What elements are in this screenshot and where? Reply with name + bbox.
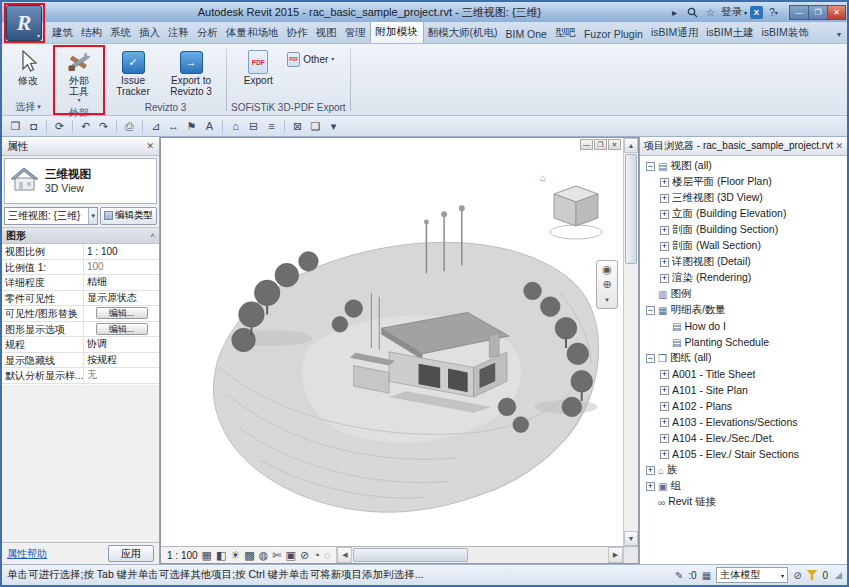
tab-分析[interactable]: 分析	[193, 22, 222, 43]
tab-isBIM通用[interactable]: isBIM通用	[647, 22, 702, 43]
zoom-icon[interactable]: ⊕	[602, 279, 611, 290]
modify-button[interactable]: 修改	[7, 47, 49, 88]
reveal-hidden-elements-icon[interactable]: ◌	[324, 550, 331, 561]
qat-customize-icon[interactable]: ▾	[325, 118, 342, 135]
tree-expander[interactable]: +	[660, 274, 669, 283]
browser-item[interactable]: +剖面 (Building Section)	[640, 222, 847, 238]
tree-expander[interactable]: +	[660, 386, 669, 395]
browser-item[interactable]: +A105 - Elev./ Stair Sections	[640, 446, 847, 462]
signin-button[interactable]: 登录▾	[721, 5, 747, 19]
issue-tracker-button[interactable]: ✓ Issue Tracker	[109, 47, 157, 99]
vertical-scroll-thumb[interactable]	[625, 154, 637, 264]
tree-expander[interactable]: +	[660, 370, 669, 379]
external-tools-button[interactable]: 外部工具 ▾	[58, 47, 100, 106]
tab-插入[interactable]: 插入	[135, 22, 164, 43]
browser-item[interactable]: −▤视图 (all)	[640, 158, 847, 174]
titlebar[interactable]: Autodesk Revit 2015 - rac_basic_sample_p…	[2, 2, 847, 22]
show-crop-region-icon[interactable]: ▣	[286, 550, 296, 561]
view-minimize-button[interactable]: —	[580, 139, 593, 150]
horizontal-scroll-thumb[interactable]	[353, 548, 468, 562]
exclude-options-icon[interactable]: ⊘	[793, 570, 801, 581]
property-value[interactable]: 编辑...	[84, 322, 159, 337]
tag-icon[interactable]: ⚑	[183, 118, 200, 135]
filter-icon[interactable]	[807, 570, 818, 580]
tree-expander[interactable]: +	[660, 258, 669, 267]
type-selector[interactable]: 三维视图 3D View	[4, 158, 157, 204]
properties-help-link[interactable]: 属性帮助	[7, 547, 47, 561]
edit-button[interactable]: 编辑...	[96, 323, 148, 335]
navbar-chevron-down-icon[interactable]: ▾	[605, 294, 609, 305]
browser-item[interactable]: ▥图例	[640, 286, 847, 302]
crop-view-icon[interactable]: ✄	[272, 550, 281, 561]
tree-expander[interactable]: +	[660, 178, 669, 187]
property-value[interactable]: 1 : 100	[84, 244, 159, 259]
tree-expander[interactable]: +	[660, 226, 669, 235]
view-close-button[interactable]: ✕	[608, 139, 621, 150]
close-hidden-windows-icon[interactable]: ⊠	[289, 118, 306, 135]
property-value[interactable]: 100	[84, 260, 159, 275]
tab-管理[interactable]: 管理	[341, 22, 370, 43]
print-icon[interactable]: ⎙	[121, 118, 138, 135]
apply-button[interactable]: 应用	[108, 545, 154, 562]
tree-expander[interactable]: +	[660, 242, 669, 251]
browser-item[interactable]: +A101 - Site Plan	[640, 382, 847, 398]
tree-expander[interactable]: −	[646, 306, 655, 315]
ribbon-collapse-icon[interactable]: ▾	[831, 30, 847, 43]
browser-item[interactable]: −▦明细表/数量	[640, 302, 847, 318]
redo-icon[interactable]: ↷	[95, 118, 112, 135]
view-scale-button[interactable]: 1 : 100	[167, 550, 198, 561]
application-menu-button[interactable]: R ▾	[6, 5, 42, 41]
save-icon[interactable]: ◘	[25, 118, 42, 135]
browser-item[interactable]: +A001 - Title Sheet	[640, 366, 847, 382]
visual-style-icon[interactable]: ◧	[216, 550, 226, 561]
worksets-icon[interactable]: ✎	[675, 570, 683, 581]
thin-lines-icon[interactable]: ≡	[263, 118, 280, 135]
property-value[interactable]: 编辑...	[84, 306, 159, 321]
browser-item[interactable]: ∞Revit 链接	[640, 494, 847, 510]
close-button[interactable]: ✕	[827, 5, 846, 20]
tab-视图[interactable]: 视图	[312, 22, 341, 43]
browser-item[interactable]: +A103 - Elevations/Sections	[640, 414, 847, 430]
tree-expander[interactable]: +	[660, 418, 669, 427]
minimize-button[interactable]: —	[789, 5, 808, 20]
property-value[interactable]: 协调	[84, 337, 159, 352]
tab-结构[interactable]: 结构	[77, 22, 106, 43]
other-button[interactable]: PDF Other ▾	[282, 49, 339, 69]
temporary-hide-isolate-icon[interactable]: ◔	[313, 550, 320, 561]
tree-expander[interactable]: +	[660, 194, 669, 203]
property-value[interactable]: 显示原状态	[84, 291, 159, 306]
browser-item[interactable]: +A104 - Elev./Sec./Det.	[640, 430, 847, 446]
viewcube[interactable]	[546, 180, 608, 244]
aligned-dimension-icon[interactable]: ↔	[165, 118, 182, 135]
scroll-up-icon[interactable]: ▲	[624, 138, 638, 153]
browser-item[interactable]: +▣组	[640, 478, 847, 494]
tab-附加模块[interactable]: 附加模块	[370, 21, 424, 43]
infocenter-toggle-icon[interactable]: ▸	[667, 5, 682, 19]
tab-isBIM装饰[interactable]: isBIM装饰	[757, 22, 812, 43]
tree-expander[interactable]: −	[646, 162, 655, 171]
panel-title-select[interactable]: 选择▾	[7, 100, 49, 114]
tab-Fuzor Plugin[interactable]: Fuzor Plugin	[580, 24, 647, 43]
default-3d-view-icon[interactable]: ⌂	[227, 118, 244, 135]
edit-type-button[interactable]: 编辑类型	[100, 207, 157, 225]
tree-expander[interactable]: +	[646, 466, 655, 475]
sun-path-icon[interactable]: ☀	[230, 550, 240, 561]
detail-level-icon[interactable]: ▦	[202, 550, 212, 561]
measure-icon[interactable]: ⊿	[147, 118, 164, 135]
properties-header[interactable]: 属性 ✕	[2, 137, 159, 156]
view-restore-button[interactable]: ❐	[594, 139, 607, 150]
property-value[interactable]: 按规程	[84, 353, 159, 368]
resize-grip[interactable]: ◢	[835, 570, 842, 580]
browser-item[interactable]: +剖面 (Wall Section)	[640, 238, 847, 254]
scroll-left-icon[interactable]: ◀	[337, 547, 352, 563]
design-options-icon[interactable]: ▦	[702, 570, 711, 581]
close-browser-icon[interactable]: ✕	[835, 141, 843, 151]
design-options-dropdown[interactable]: 主体模型 ▾	[716, 567, 788, 583]
browser-item[interactable]: −❐图纸 (all)	[640, 350, 847, 366]
browser-item[interactable]: +详图视图 (Detail)	[640, 254, 847, 270]
show-rendering-dialog-icon[interactable]: ◍	[259, 550, 269, 561]
tab-系统[interactable]: 系统	[106, 22, 135, 43]
tree-expander[interactable]: −	[646, 354, 655, 363]
tree-expander[interactable]: +	[660, 450, 669, 459]
tab-isBIM土建[interactable]: isBIM土建	[702, 22, 757, 43]
